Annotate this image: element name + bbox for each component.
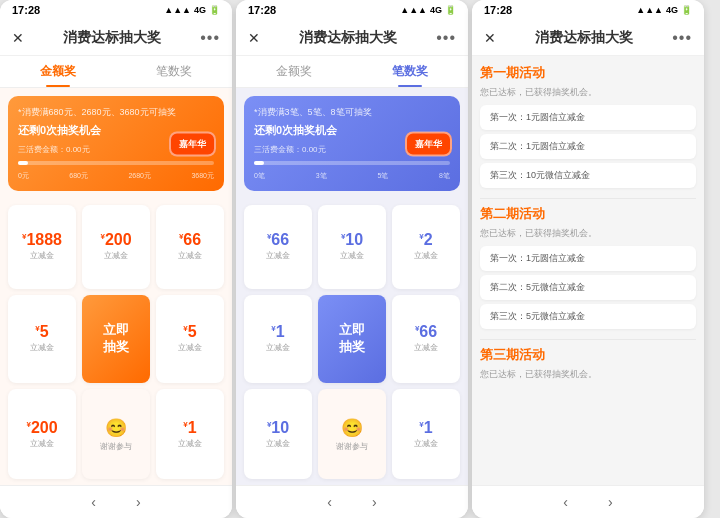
prize-amount-5a: ¥5 — [35, 324, 48, 340]
network-icon-1: 4G — [194, 5, 206, 15]
prize-amount-1c: ¥1 — [419, 420, 432, 436]
activity-item-1-2: 第二次：1元圆信立减金 — [480, 134, 696, 159]
draw-button-1[interactable]: 立即抽奖 — [82, 295, 150, 384]
activity-item-2-1: 第一次：1元圆信立减金 — [480, 246, 696, 271]
divider-2 — [480, 339, 696, 340]
prize-amount-5b: ¥5 — [183, 324, 196, 340]
prize-card-1c[interactable]: ¥1 立减金 — [392, 389, 460, 479]
forward-btn-2[interactable]: › — [364, 492, 385, 512]
smiley-emoji-1: 😊 — [105, 417, 127, 439]
activity-desc-2: 您已达标，已获得抽奖机会。 — [480, 227, 696, 240]
prize-label-66b: 立减金 — [266, 250, 290, 261]
phone-2: 17:28 ▲▲▲ 4G 🔋 ✕ 消费达标抽大奖 ••• 金额奖 笔数奖 *消费… — [236, 0, 468, 518]
activity-title-1: 第一期活动 — [480, 64, 696, 82]
close-icon-3[interactable]: ✕ — [484, 30, 496, 46]
time-1: 17:28 — [12, 4, 40, 16]
time-3: 17:28 — [484, 4, 512, 16]
prize-card-5a[interactable]: ¥5 立减金 — [8, 295, 76, 384]
battery-icon-2: 🔋 — [445, 5, 456, 15]
more-icon-3[interactable]: ••• — [672, 29, 692, 47]
milestone-row-2: 0笔 3笔 5笔 8笔 — [254, 171, 450, 181]
prize-amount-10b: ¥10 — [267, 420, 289, 436]
network-icon-2: 4G — [430, 5, 442, 15]
activity-section-3: 第三期活动 您已达标，已获得抽奖机会。 — [480, 346, 696, 381]
milestone-row-1: 0元 680元 2680元 3680元 — [18, 171, 214, 181]
status-bar-2: 17:28 ▲▲▲ 4G 🔋 — [236, 0, 468, 20]
prize-label-10a: 立减金 — [340, 250, 364, 261]
prize-card-200a[interactable]: ¥200 立减金 — [82, 205, 150, 289]
prize-card-1888[interactable]: ¥1888 立减金 — [8, 205, 76, 289]
activity-items-1: 第一次：1元圆信立减金 第二次：1元圆信立减金 第三次：10元微信立减金 — [480, 105, 696, 188]
progress-bar-2 — [254, 161, 450, 165]
signal-icon-1: ▲▲▲ — [164, 5, 191, 15]
prize-card-10b[interactable]: ¥10 立减金 — [244, 389, 312, 479]
prize-amount-10a: ¥10 — [341, 232, 363, 248]
prize-amount-1888: ¥1888 — [22, 232, 62, 248]
prize-amount-66a: ¥66 — [179, 232, 201, 248]
prize-grid-1: ¥1888 立减金 ¥200 立减金 ¥66 立减金 ¥5 立减金 立即抽奖 ¥… — [8, 205, 224, 479]
close-icon-1[interactable]: ✕ — [12, 30, 24, 46]
activity-section-2: 第二期活动 您已达标，已获得抽奖机会。 第一次：1元圆信立减金 第二次：5元微信… — [480, 205, 696, 329]
activity-section-1: 第一期活动 您已达标，已获得抽奖机会。 第一次：1元圆信立减金 第二次：1元圆信… — [480, 64, 696, 188]
prize-label-66a: 立减金 — [178, 250, 202, 261]
prize-label-1c: 立减金 — [414, 438, 438, 449]
prize-amount-200b: ¥200 — [26, 420, 57, 436]
back-btn-1[interactable]: ‹ — [83, 492, 104, 512]
prize-label-1888: 立减金 — [30, 250, 54, 261]
prize-label-200b: 立减金 — [30, 438, 54, 449]
phone-1: 17:28 ▲▲▲ 4G 🔋 ✕ 消费达标抽大奖 ••• 金额奖 笔数奖 *消费… — [0, 0, 232, 518]
activity-item-2-2: 第二次：5元微信立减金 — [480, 275, 696, 300]
battery-icon-3: 🔋 — [681, 5, 692, 15]
prize-label-10b: 立减金 — [266, 438, 290, 449]
prize-grid-2: ¥66 立减金 ¥10 立减金 ¥2 立减金 ¥1 立减金 立即抽奖 ¥66 立… — [244, 205, 460, 479]
draw-button-2[interactable]: 立即抽奖 — [318, 295, 386, 384]
tab-gold-2[interactable]: 金额奖 — [236, 56, 352, 87]
prize-card-66a[interactable]: ¥66 立减金 — [156, 205, 224, 289]
draw-btn-text-2: 立即抽奖 — [339, 322, 365, 356]
tabs-2: 金额奖 笔数奖 — [236, 56, 468, 88]
activity-desc-1: 您已达标，已获得抽奖机会。 — [480, 86, 696, 99]
prize-card-2a[interactable]: ¥2 立减金 — [392, 205, 460, 289]
prize-label-1a: 立减金 — [178, 438, 202, 449]
prize-card-10a[interactable]: ¥10 立减金 — [318, 205, 386, 289]
more-icon-1[interactable]: ••• — [200, 29, 220, 47]
smiley-emoji-2: 😊 — [341, 417, 363, 439]
activity-title-2: 第二期活动 — [480, 205, 696, 223]
prize-card-5b[interactable]: ¥5 立减金 — [156, 295, 224, 384]
progress-fill-1 — [18, 161, 28, 165]
back-btn-2[interactable]: ‹ — [319, 492, 340, 512]
activity-items-2: 第一次：1元圆信立减金 第二次：5元微信立减金 第三次：5元微信立减金 — [480, 246, 696, 329]
status-bar-1: 17:28 ▲▲▲ 4G 🔋 — [0, 0, 232, 20]
prize-card-1a[interactable]: ¥1 立减金 — [156, 389, 224, 479]
tabs-1: 金额奖 笔数奖 — [0, 56, 232, 88]
tab-stroke-1[interactable]: 笔数奖 — [116, 56, 232, 87]
prize-card-200b[interactable]: ¥200 立减金 — [8, 389, 76, 479]
forward-btn-1[interactable]: › — [128, 492, 149, 512]
network-icon-3: 4G — [666, 5, 678, 15]
prize-card-1b[interactable]: ¥1 立减金 — [244, 295, 312, 384]
prize-amount-200a: ¥200 — [100, 232, 131, 248]
forward-btn-3[interactable]: › — [600, 492, 621, 512]
smiley-label-1: 谢谢参与 — [100, 441, 132, 452]
prize-label-66c: 立减金 — [414, 342, 438, 353]
tab-gold-1[interactable]: 金额奖 — [0, 56, 116, 87]
prize-card-66c[interactable]: ¥66 立减金 — [392, 295, 460, 384]
tab-stroke-2[interactable]: 笔数奖 — [352, 56, 468, 87]
screen2-content: *消费满3笔、5笔、8笔可抽奖 还剩0次抽奖机会 三活费金额：0.00元 0笔 … — [236, 88, 468, 485]
signal-icon-2: ▲▲▲ — [400, 5, 427, 15]
divider-1 — [480, 198, 696, 199]
prize-amount-2a: ¥2 — [419, 232, 432, 248]
bottom-nav-3: ‹ › — [472, 485, 704, 518]
status-bar-3: 17:28 ▲▲▲ 4G 🔋 — [472, 0, 704, 20]
nav-title-2: 消费达标抽大奖 — [299, 29, 397, 47]
close-icon-2[interactable]: ✕ — [248, 30, 260, 46]
prize-label-200a: 立减金 — [104, 250, 128, 261]
prize-card-66b[interactable]: ¥66 立减金 — [244, 205, 312, 289]
back-btn-3[interactable]: ‹ — [555, 492, 576, 512]
bottom-nav-1: ‹ › — [0, 485, 232, 518]
bottom-nav-2: ‹ › — [236, 485, 468, 518]
screen3-content: 第一期活动 您已达标，已获得抽奖机会。 第一次：1元圆信立减金 第二次：1元圆信… — [472, 56, 704, 485]
nav-bar-2: ✕ 消费达标抽大奖 ••• — [236, 20, 468, 56]
nav-bar-1: ✕ 消费达标抽大奖 ••• — [0, 20, 232, 56]
more-icon-2[interactable]: ••• — [436, 29, 456, 47]
